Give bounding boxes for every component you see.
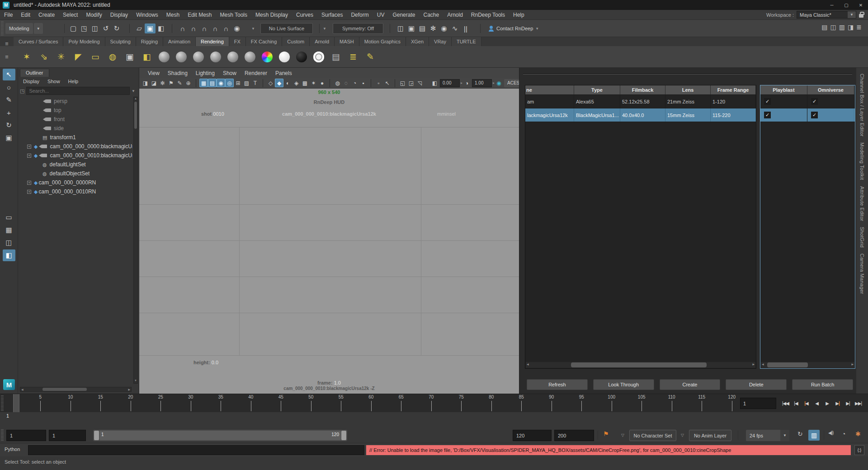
gamma-field[interactable]: 1.00 <box>472 79 492 87</box>
single-pane-layout-icon[interactable]: ▭ <box>3 212 15 223</box>
layered-shader-icon[interactable] <box>226 50 240 64</box>
hud-icon[interactable]: T <box>251 79 259 87</box>
shelf-tab-xgen[interactable]: XGen <box>406 37 429 46</box>
toon-shader-icon[interactable] <box>243 50 257 64</box>
viewport-menu-view[interactable]: View <box>144 69 164 78</box>
menu-edit-mesh[interactable]: Edit Mesh <box>184 10 216 20</box>
animation-speed-icon[interactable]: ◔ <box>842 430 845 437</box>
viewport-menu-renderer[interactable]: Renderer <box>241 69 271 78</box>
menu-windows[interactable]: Windows <box>132 10 162 20</box>
mute-audio-icon[interactable]: ◀)) <box>828 430 833 435</box>
column-header-lens[interactable]: Lens <box>665 85 711 95</box>
layered-shader-icon[interactable] <box>227 52 238 62</box>
menu-generate[interactable]: Generate <box>388 10 419 20</box>
channel-box-toggle-icon[interactable]: ◨ <box>848 24 854 31</box>
ipr-render-icon[interactable]: ▤ <box>417 24 428 33</box>
shelf-options-icon[interactable]: ≣ <box>0 54 14 59</box>
outliner-item-top[interactable]: top <box>19 106 132 115</box>
menu-mesh[interactable]: Mesh <box>162 10 184 20</box>
snap-curve-icon[interactable]: ∩ <box>188 24 199 33</box>
chevron-down-icon[interactable]: ▼ <box>34 23 43 34</box>
column-header-ne[interactable]: ne <box>525 85 574 95</box>
camera-filmback-cell[interactable]: 40.0x40.0 <box>620 108 665 122</box>
menu-arnold[interactable]: Arnold <box>443 10 467 20</box>
scroll-right-icon[interactable]: ▶ <box>128 388 130 391</box>
shelf-tab-vray[interactable]: VRay <box>429 37 452 46</box>
menu-rndeep-tools[interactable]: RnDeep Tools <box>467 10 509 20</box>
outliner-item-side[interactable]: side <box>19 124 132 133</box>
scroll-right-icon[interactable]: ▶ <box>752 362 755 366</box>
2d-pan-zoom-icon[interactable]: ✎ <box>175 79 184 87</box>
directional-light-icon[interactable]: ⇘ <box>37 50 51 64</box>
time-slider[interactable]: 5101520253035404550556065707580859095100… <box>0 394 868 412</box>
ambient-light-icon[interactable]: ✶ <box>20 50 33 64</box>
area-light-icon[interactable]: ▭ <box>89 50 102 64</box>
new-scene-icon[interactable]: ▢ <box>68 24 79 33</box>
command-input[interactable] <box>28 445 364 455</box>
playblast-options-icon[interactable]: ▥ <box>808 430 820 441</box>
menu-cache[interactable]: Cache <box>419 10 443 20</box>
multisample-icon[interactable]: ◔ <box>350 79 359 87</box>
camera-toggle-row[interactable]: ✓ ✓ <box>760 95 855 108</box>
run-batch-button[interactable]: Run Batch <box>792 379 853 390</box>
shelf-tab-fx[interactable]: FX <box>229 37 246 46</box>
camera-framerange-cell[interactable]: 115-220 <box>711 108 756 122</box>
menu-select[interactable]: Select <box>59 10 82 20</box>
image-plane-icon[interactable]: ▨ <box>242 79 251 87</box>
step-back-key-button[interactable]: |◀ <box>801 397 811 409</box>
camera-lock-icon[interactable]: ◪ <box>150 79 158 87</box>
outliner-item-cam-000-000-0000rn[interactable]: +◆cam_000_000_0000RN <box>19 178 132 187</box>
outliner-menu-show[interactable]: Show <box>44 77 63 85</box>
render-settings-icon[interactable]: ✻ <box>428 24 439 33</box>
live-surface-field[interactable]: No Live Surface <box>260 23 313 34</box>
chevron-down-icon[interactable]: ▼ <box>780 430 789 441</box>
camera-framerange-cell[interactable]: 1-120 <box>711 95 756 108</box>
step-forward-key-button[interactable]: ▶| <box>832 397 843 409</box>
scale-tool-icon[interactable]: ▣ <box>3 132 15 144</box>
textured-mode-icon[interactable]: ◈ <box>292 79 301 87</box>
command-language-label[interactable]: Python <box>5 446 20 452</box>
range-end-handle[interactable] <box>341 431 346 440</box>
play-backwards-button[interactable]: ◀ <box>811 397 822 409</box>
panel-drag-handle[interactable] <box>523 73 852 75</box>
undo-icon[interactable]: ↺ <box>100 24 111 33</box>
scroll-down-icon[interactable]: ▼ <box>134 379 137 383</box>
timeline-grip[interactable] <box>1 395 4 411</box>
shelf-tab-motion-graphics[interactable]: Motion Graphics <box>359 37 406 46</box>
sidebar-tab-camera-manager[interactable]: Camera Manager <box>859 254 865 294</box>
attribute-editor-toggle-icon[interactable]: ▥ <box>839 24 845 31</box>
camera-toggle-row[interactable]: ✓ ✓ <box>760 108 855 122</box>
camera-lens-cell[interactable]: 21mm Zeiss <box>665 95 711 108</box>
render-view-icon[interactable]: ◫ <box>395 24 406 33</box>
menu-modify[interactable]: Modify <box>82 10 106 20</box>
toggle-horizontal-scrollbar[interactable]: ◀ ▶ <box>761 362 854 368</box>
spot-light-icon[interactable]: ◤ <box>71 50 85 64</box>
menu-set-selector[interactable]: Modeling <box>5 23 33 34</box>
checker-mode-icon[interactable]: ▩ <box>301 79 309 87</box>
shelf-tab-poly-modeling[interactable]: Poly Modeling <box>63 37 105 46</box>
menu-file[interactable]: File <box>0 10 17 20</box>
delete-button[interactable]: Delete <box>726 379 787 390</box>
tool-settings-toggle-icon[interactable]: ◫ <box>830 24 836 31</box>
select-cursor-icon[interactable]: ↖ <box>383 79 392 87</box>
playback-loop-icon[interactable]: ↻ <box>797 430 803 437</box>
phong-material-icon[interactable] <box>209 50 222 64</box>
component-mode-icon[interactable]: ◧ <box>156 24 166 33</box>
filter-icon[interactable]: ◳ <box>20 88 24 94</box>
outliner-search-input[interactable] <box>26 87 130 95</box>
anim-layer-field[interactable]: No Anim Layer <box>689 430 731 441</box>
clapperboard-icon[interactable]: ◧ <box>140 50 154 64</box>
paint-effects-icon[interactable]: ✎ <box>363 50 377 64</box>
material-mode-icon[interactable]: ◐ <box>283 79 292 87</box>
expand-toggle-icon[interactable]: + <box>27 181 31 185</box>
shaded-mode-icon[interactable]: ◆ <box>275 79 283 87</box>
omniverse-checkbox[interactable]: ✓ <box>811 98 818 105</box>
viewport-menu-panels[interactable]: Panels <box>271 69 296 78</box>
toolbar-grip[interactable] <box>1 21 4 35</box>
isolate-select-icon[interactable]: ▫ <box>374 79 383 87</box>
outliner-item-cam-000-000-0010-blackmagicursa12[interactable]: +◆cam_000_000_0010:blackmagicUrsa12 <box>19 151 132 160</box>
snapshot-buffer-icon[interactable]: ◱ <box>398 79 407 87</box>
scroll-right-icon[interactable]: ▶ <box>851 362 854 366</box>
step-forward-frame-button[interactable]: ▶| <box>843 397 853 409</box>
grease-pencil-icon[interactable]: ⊕ <box>184 79 193 87</box>
